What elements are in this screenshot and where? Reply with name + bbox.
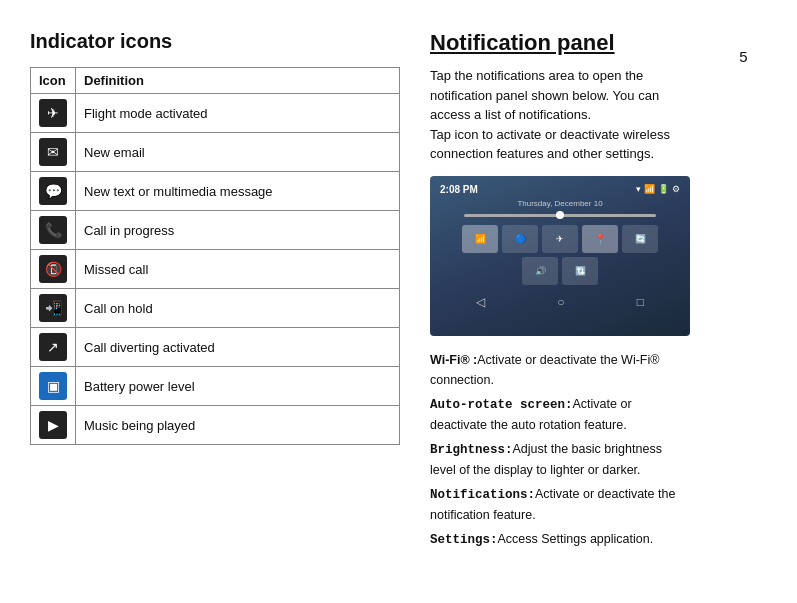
right-heading: Notification panel bbox=[430, 30, 690, 56]
col-def-header: Definition bbox=[76, 68, 400, 94]
right-column: Notification panel Tap the notifications… bbox=[430, 30, 690, 573]
table-row: ✉New email bbox=[31, 133, 400, 172]
icon-label: Music being played bbox=[76, 406, 400, 445]
table-row: ↗Call diverting activated bbox=[31, 328, 400, 367]
icon-cell: ▶ bbox=[31, 406, 76, 445]
col-icon-header: Icon bbox=[31, 68, 76, 94]
notif-signal-icon: 📶 bbox=[644, 184, 655, 194]
table-row: ▣Battery power level bbox=[31, 367, 400, 406]
icon-cell: ✉ bbox=[31, 133, 76, 172]
icon-label: Call on hold bbox=[76, 289, 400, 328]
notif-bt-tile-icon: 🔵 bbox=[515, 234, 526, 244]
notif-rotate-tile-icon: 🔄 bbox=[635, 234, 646, 244]
icon-box: 📞 bbox=[39, 216, 67, 244]
icon-cell: 📞 bbox=[31, 211, 76, 250]
indicator-table: Icon Definition ✈Flight mode activated✉N… bbox=[30, 67, 400, 445]
table-row: 📞Call in progress bbox=[31, 211, 400, 250]
notif-tile-sound: 🔊 bbox=[522, 257, 558, 285]
desc-item: Settings:Access Settings application. bbox=[430, 529, 690, 550]
notif-slider bbox=[464, 214, 656, 217]
table-row: 💬New text or multimedia message bbox=[31, 172, 400, 211]
page-number: 5 bbox=[720, 48, 767, 573]
table-row: 📲Call on hold bbox=[31, 289, 400, 328]
notif-tile-wifi: 📶 bbox=[462, 225, 498, 253]
icon-cell: ↗ bbox=[31, 328, 76, 367]
notif-back-icon: ◁ bbox=[476, 295, 485, 309]
icon-label: Missed call bbox=[76, 250, 400, 289]
icon-box: ▣ bbox=[39, 372, 67, 400]
icon-box: ▶ bbox=[39, 411, 67, 439]
icon-label: Battery power level bbox=[76, 367, 400, 406]
intro-line-1: Tap the notifications area to open the n… bbox=[430, 66, 690, 125]
notif-wifi-tile-icon: 📶 bbox=[475, 234, 486, 244]
notif-settings-icon: ⚙ bbox=[672, 184, 680, 194]
desc-label: Wi-Fi® : bbox=[430, 353, 477, 367]
icon-cell: 📵 bbox=[31, 250, 76, 289]
notif-wifi-icon: ▾ bbox=[636, 184, 641, 194]
desc-item: Brightness:Adjust the basic brightness l… bbox=[430, 439, 690, 480]
icon-cell: ▣ bbox=[31, 367, 76, 406]
notif-status-icons: ▾ 📶 🔋 ⚙ bbox=[636, 184, 680, 194]
notif-top-bar: 2:08 PM ▾ 📶 🔋 ⚙ bbox=[440, 184, 680, 195]
notif-battery-icon: 🔋 bbox=[658, 184, 669, 194]
desc-item: Wi-Fi® :Activate or deactivate the Wi-Fi… bbox=[430, 350, 690, 390]
icon-label: New text or multimedia message bbox=[76, 172, 400, 211]
desc-text: Access Settings application. bbox=[498, 532, 654, 546]
icon-label: New email bbox=[76, 133, 400, 172]
desc-label: Notifications: bbox=[430, 488, 535, 502]
notif-sync-icon: 🔃 bbox=[575, 266, 586, 276]
notif-date: Thursday, December 10 bbox=[440, 199, 680, 208]
desc-label: Brightness: bbox=[430, 443, 513, 457]
notif-tile-sync: 🔃 bbox=[562, 257, 598, 285]
notif-recents-icon: □ bbox=[637, 295, 644, 309]
icon-label: Call in progress bbox=[76, 211, 400, 250]
notif-tile-row-1: 📶 🔵 ✈ 📍 🔄 bbox=[440, 225, 680, 253]
notif-tile-row-2: 🔊 🔃 bbox=[440, 257, 680, 285]
intro-text: Tap the notifications area to open the n… bbox=[430, 66, 690, 164]
table-row: ▶Music being played bbox=[31, 406, 400, 445]
notif-tile-airplane: ✈ bbox=[542, 225, 578, 253]
notif-time: 2:08 PM bbox=[440, 184, 478, 195]
intro-line-2: Tap icon to activate or deactivate wirel… bbox=[430, 125, 690, 164]
notif-tile-bluetooth: 🔵 bbox=[502, 225, 538, 253]
icon-label: Call diverting activated bbox=[76, 328, 400, 367]
icon-box: 📵 bbox=[39, 255, 67, 283]
icon-box: ✈ bbox=[39, 99, 67, 127]
left-heading: Indicator icons bbox=[30, 30, 400, 53]
icon-cell: 📲 bbox=[31, 289, 76, 328]
notif-location-tile-icon: 📍 bbox=[595, 234, 606, 244]
notif-tile-rotate: 🔄 bbox=[622, 225, 658, 253]
desc-label: Settings: bbox=[430, 533, 498, 547]
table-row: ✈Flight mode activated bbox=[31, 94, 400, 133]
left-column: Indicator icons Icon Definition ✈Flight … bbox=[30, 30, 400, 573]
icon-box: 📲 bbox=[39, 294, 67, 322]
notification-screenshot: 2:08 PM ▾ 📶 🔋 ⚙ Thursday, December 10 📶 … bbox=[430, 176, 690, 336]
icon-cell: 💬 bbox=[31, 172, 76, 211]
icon-box: ✉ bbox=[39, 138, 67, 166]
desc-item: Auto-rotate screen:Activate or deactivat… bbox=[430, 394, 690, 435]
icon-box: ↗ bbox=[39, 333, 67, 361]
desc-label: Auto-rotate screen: bbox=[430, 398, 573, 412]
desc-item: Notifications:Activate or deactivate the… bbox=[430, 484, 690, 525]
notif-sound-icon: 🔊 bbox=[535, 266, 546, 276]
icon-box: 💬 bbox=[39, 177, 67, 205]
notif-bottom-bar: ◁ ○ □ bbox=[440, 295, 680, 309]
icon-cell: ✈ bbox=[31, 94, 76, 133]
notif-home-icon: ○ bbox=[557, 295, 564, 309]
icon-label: Flight mode activated bbox=[76, 94, 400, 133]
table-row: 📵Missed call bbox=[31, 250, 400, 289]
notif-airplane-tile-icon: ✈ bbox=[556, 234, 564, 244]
desc-section: Wi-Fi® :Activate or deactivate the Wi-Fi… bbox=[430, 350, 690, 550]
notif-tile-location: 📍 bbox=[582, 225, 618, 253]
